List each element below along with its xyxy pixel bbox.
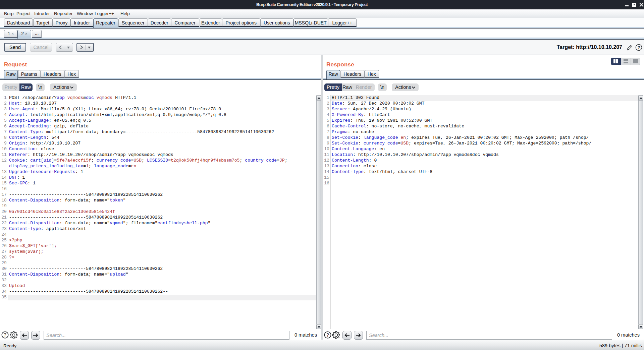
- svg-text:?: ?: [4, 332, 6, 338]
- svg-text:?: ?: [326, 332, 329, 338]
- svg-text:?: ?: [638, 45, 640, 50]
